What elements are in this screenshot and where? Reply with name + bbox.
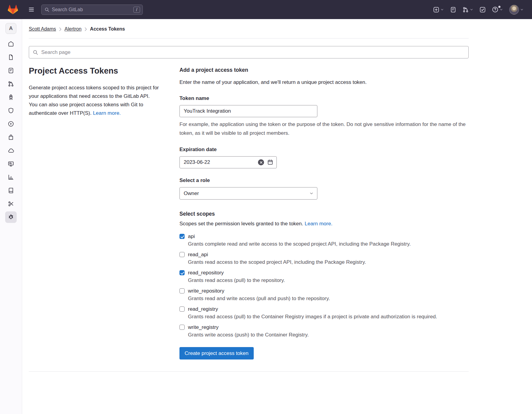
chevron-down-icon (470, 8, 473, 11)
sidebar-item-analytics[interactable] (0, 171, 22, 184)
page-search-input[interactable] (38, 49, 465, 55)
scope-write-registry[interactable]: write_registry (179, 324, 469, 331)
repository-file-icon (8, 54, 14, 60)
scope-name: write_registry (188, 324, 219, 331)
scope-row-read-registry: read_registry Grants read access (pull) … (179, 306, 469, 321)
todos-button[interactable] (477, 4, 488, 15)
scope-read-repository[interactable]: read_repository (179, 269, 469, 277)
intro-learn-more-link[interactable]: Learn more. (93, 110, 121, 116)
sidebar-item-infrastructure[interactable] (0, 144, 22, 157)
navbar-controls (431, 2, 526, 17)
new-menu-button[interactable] (431, 4, 446, 15)
scope-row-read-api: read_api Grants read access to the scope… (179, 251, 469, 266)
user-menu-button[interactable] (507, 2, 526, 17)
user-avatar (509, 5, 519, 15)
search-icon (45, 7, 49, 12)
scope-row-api: api Grants complete read and write acces… (179, 233, 469, 248)
select-scopes-label: Select scopes (179, 211, 469, 217)
cloud-icon (8, 147, 14, 154)
scopes-learn-more-link[interactable]: Learn more. (305, 221, 333, 227)
help-button[interactable] (490, 4, 505, 15)
clear-date-button[interactable] (258, 159, 264, 165)
merge-requests-button[interactable] (460, 4, 476, 15)
page-search[interactable] (29, 46, 469, 58)
intro-paragraph-1: Generate project access tokens scoped to… (29, 84, 170, 101)
scope-description: Grants read and write access (pull and p… (188, 295, 469, 303)
sidebar-item-snippets[interactable] (0, 197, 22, 210)
form-subtitle: Enter the name of your application, and … (179, 78, 469, 86)
issues-icon (8, 68, 14, 74)
project-avatar[interactable]: A (5, 23, 16, 34)
expiration-date-field (179, 156, 277, 168)
breadcrumb-item-current: Access Tokens (90, 26, 125, 32)
project-sidebar: A (0, 19, 22, 414)
search-shortcut-key: / (133, 7, 140, 13)
issues-icon (450, 7, 456, 13)
calendar-button[interactable] (267, 159, 273, 165)
section-divider (29, 371, 469, 372)
scopes-list: api Grants complete read and write acces… (179, 233, 469, 339)
global-search-input[interactable] (49, 7, 133, 12)
sidebar-item-issues[interactable] (0, 64, 22, 77)
create-token-button[interactable]: Create project access token (179, 347, 254, 359)
sidebar-item-project-information[interactable] (0, 37, 22, 51)
close-icon (260, 161, 263, 164)
intro-paragraph-2: You can also use project access tokens w… (29, 101, 170, 118)
scope-row-write-repository: write_repository Grants read and write a… (179, 287, 469, 303)
sidebar-item-ci-cd[interactable] (0, 91, 22, 104)
scope-description: Grants read access (pull) to the reposit… (188, 277, 469, 284)
scopes-description: Scopes set the permission levels granted… (179, 220, 469, 228)
merge-request-icon (8, 81, 14, 87)
sidebar-item-merge-requests[interactable] (0, 77, 22, 91)
sidebar-item-wiki[interactable] (0, 184, 22, 197)
scope-name: read_registry (188, 306, 218, 313)
scope-read-repository-checkbox[interactable] (179, 270, 185, 275)
scope-name: read_api (188, 251, 208, 258)
sidebar-item-security-compliance[interactable] (0, 104, 22, 117)
breadcrumb-item-project[interactable]: Alertron (65, 26, 82, 32)
notification-dot (498, 6, 500, 8)
chevron-down-icon (309, 191, 313, 195)
shield-icon (8, 108, 14, 114)
help-question-icon (492, 6, 498, 13)
sidebar-item-settings[interactable] (0, 210, 22, 224)
chevron-right-icon (85, 27, 87, 31)
scope-name: read_repository (188, 269, 224, 277)
page-title: Project Access Tokens (29, 66, 170, 76)
scope-read-api-checkbox[interactable] (179, 252, 185, 257)
sidebar-item-repository[interactable] (0, 51, 22, 64)
scope-description: Grants read access (pull) to the Contain… (188, 313, 469, 321)
scope-api[interactable]: api (179, 233, 469, 240)
breadcrumb-item-user[interactable]: Scott Adams (29, 26, 56, 32)
global-search[interactable]: / (41, 5, 143, 15)
scope-write-registry-checkbox[interactable] (179, 325, 185, 330)
scissors-icon (8, 201, 14, 207)
scope-description: Grants complete read and write access to… (188, 240, 469, 248)
scope-write-repository-checkbox[interactable] (179, 288, 185, 293)
scope-read-registry[interactable]: read_registry (179, 306, 469, 313)
package-bag-icon (8, 134, 14, 140)
merge-request-icon (463, 7, 469, 13)
scope-read-registry-checkbox[interactable] (179, 306, 185, 312)
scope-api-checkbox[interactable] (179, 234, 185, 239)
plus-square-icon (433, 7, 439, 13)
hamburger-menu-button[interactable] (28, 7, 34, 12)
sidebar-item-monitor[interactable] (0, 157, 22, 171)
token-name-input[interactable] (179, 105, 317, 117)
role-select[interactable]: Owner (179, 187, 317, 200)
calendar-icon (267, 159, 273, 165)
gitlab-logo-icon[interactable] (8, 5, 18, 15)
scope-name: write_repository (188, 287, 224, 295)
scope-read-api[interactable]: read_api (179, 251, 469, 258)
monitor-icon (8, 161, 14, 167)
issues-button[interactable] (448, 4, 459, 15)
scope-write-repository[interactable]: write_repository (179, 287, 469, 295)
sidebar-item-deployments[interactable] (0, 117, 22, 131)
sidebar-item-packages-registries[interactable] (0, 131, 22, 144)
chevron-down-icon (520, 8, 524, 11)
project-information-icon (8, 41, 14, 47)
role-selected-value: Owner (184, 190, 199, 197)
todo-check-icon (480, 7, 486, 13)
scope-row-read-repository: read_repository Grants read access (pull… (179, 269, 469, 284)
chevron-down-icon (440, 8, 444, 11)
